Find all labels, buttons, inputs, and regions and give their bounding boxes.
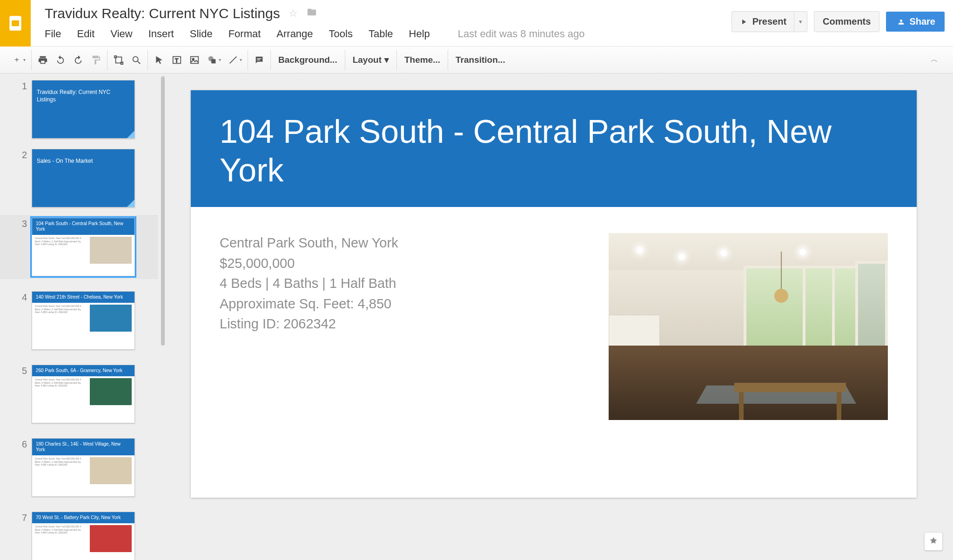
workspace: 1Travidux Realty: Current NYC Listings2S…	[0, 73, 953, 560]
header-actions: Present ▾ Comments Share	[732, 0, 953, 32]
redo-icon[interactable]	[73, 54, 84, 66]
background-button[interactable]: Background...	[276, 55, 339, 65]
thumbnail[interactable]: 140 West 21th Street - Chelsea, New York…	[32, 291, 135, 350]
svg-rect-15	[257, 60, 260, 60]
svg-line-13	[230, 56, 237, 63]
slide-title-text[interactable]: 104 Park South - Central Park South, New…	[220, 113, 888, 189]
menu-file[interactable]: File	[45, 28, 61, 40]
explore-button[interactable]	[924, 532, 943, 551]
canvas-area[interactable]: 104 Park South - Central Park South, New…	[167, 73, 953, 560]
thumbnail[interactable]: Travidux Realty: Current NYC Listings	[32, 80, 135, 139]
thumbnail[interactable]: 260 Park South, 6A - Gramercy, New YorkC…	[32, 365, 135, 423]
slide-number: 2	[0, 149, 27, 160]
svg-rect-12	[211, 59, 215, 63]
zoom-icon[interactable]	[131, 54, 142, 66]
slide-thumb-6[interactable]: 6180 Charles St., 14E - West Village, Ne…	[0, 435, 158, 500]
svg-point-5	[133, 56, 138, 61]
slide-thumb-1[interactable]: 1Travidux Realty: Current NYC Listings	[0, 77, 158, 141]
svg-rect-1	[12, 20, 19, 27]
transition-button[interactable]: Transition...	[454, 55, 507, 65]
menu-insert[interactable]: Insert	[148, 28, 174, 40]
text-box-icon[interactable]: T	[171, 54, 182, 66]
menu-view[interactable]: View	[110, 28, 132, 40]
sidebar-scrollbar[interactable]	[159, 73, 167, 560]
menu-tools[interactable]: Tools	[329, 28, 353, 40]
document-title[interactable]: Travidux Realty: Current NYC Listings	[45, 6, 280, 21]
thumbnail[interactable]: 70 West St. - Battery Park City, New Yor…	[32, 512, 135, 560]
new-slide-button[interactable]: ＋▾	[11, 54, 26, 66]
slide-number: 3	[0, 218, 27, 229]
undo-icon[interactable]	[55, 54, 66, 66]
shape-icon[interactable]: ▾	[207, 54, 221, 66]
thumbnail[interactable]: 180 Charles St., 14E - West Village, New…	[32, 438, 135, 497]
collapse-toolbar-icon[interactable]: ︿	[931, 55, 947, 65]
menu-help[interactable]: Help	[409, 28, 430, 40]
menu-table[interactable]: Table	[369, 28, 393, 40]
folder-icon[interactable]	[306, 7, 317, 20]
slide-panel: 1Travidux Realty: Current NYC Listings2S…	[0, 73, 167, 560]
print-icon[interactable]	[37, 54, 48, 66]
paint-format-icon[interactable]	[90, 54, 101, 66]
slide-number: 1	[0, 80, 27, 92]
present-button[interactable]: Present	[732, 11, 794, 32]
menu-bar: File Edit View Insert Slide Format Arran…	[45, 28, 732, 40]
app-header: Travidux Realty: Current NYC Listings ☆ …	[0, 0, 953, 47]
theme-button[interactable]: Theme...	[403, 55, 442, 65]
svg-line-6	[138, 61, 141, 64]
slide-number: 6	[0, 438, 27, 450]
title-area: Travidux Realty: Current NYC Listings ☆ …	[31, 0, 732, 40]
present-dropdown[interactable]: ▾	[794, 11, 807, 32]
menu-edit[interactable]: Edit	[77, 28, 94, 40]
slide-body-text[interactable]: Central Park South, New York $25,000,000…	[220, 233, 398, 420]
slide-number: 5	[0, 365, 27, 376]
slide-number: 4	[0, 291, 27, 303]
svg-text:T: T	[175, 57, 178, 63]
slide-thumb-7[interactable]: 770 West St. - Battery Park City, New Yo…	[0, 509, 158, 560]
svg-rect-14	[257, 58, 261, 59]
menu-format[interactable]: Format	[228, 28, 261, 40]
last-edit-text[interactable]: Last edit was 8 minutes ago	[458, 28, 585, 40]
menu-slide[interactable]: Slide	[190, 28, 213, 40]
slide-thumb-3[interactable]: 3104 Park South - Central Park South, Ne…	[0, 215, 158, 279]
toolbar: ＋▾ T ▾ ▾ Background... Layout▾ Theme... …	[0, 47, 953, 73]
thumbnail[interactable]: Sales - On The Market	[32, 149, 135, 207]
comments-button[interactable]: Comments	[814, 11, 879, 32]
select-icon[interactable]	[154, 54, 165, 66]
listing-photo[interactable]	[609, 233, 888, 420]
line-icon[interactable]: ▾	[228, 54, 242, 66]
menu-arrange[interactable]: Arrange	[276, 28, 313, 40]
thumbnail[interactable]: 104 Park South - Central Park South, New…	[32, 218, 135, 276]
slide-number: 7	[0, 512, 27, 523]
slides-logo[interactable]	[0, 0, 31, 47]
slide-thumb-4[interactable]: 4140 West 21th Street - Chelsea, New Yor…	[0, 288, 158, 353]
zoom-fit-icon[interactable]	[113, 54, 124, 66]
slide-thumb-2[interactable]: 2Sales - On The Market	[0, 146, 158, 210]
svg-rect-9	[191, 56, 199, 63]
share-button[interactable]: Share	[886, 12, 945, 32]
slide-thumb-5[interactable]: 5260 Park South, 6A - Gramercy, New York…	[0, 362, 158, 426]
comment-icon[interactable]	[254, 54, 265, 66]
star-icon[interactable]: ☆	[289, 7, 298, 20]
current-slide[interactable]: 104 Park South - Central Park South, New…	[191, 90, 917, 498]
layout-button[interactable]: Layout▾	[351, 54, 391, 65]
image-icon[interactable]	[189, 54, 200, 66]
